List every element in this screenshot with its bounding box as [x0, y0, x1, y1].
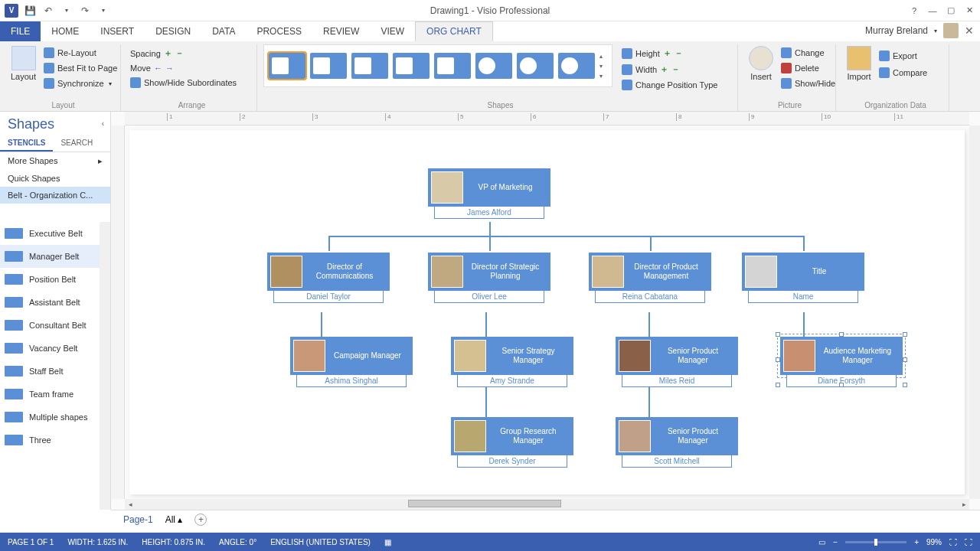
node-vp-marketing[interactable]: VP of Marketing James Alford — [428, 168, 550, 220]
stencil-three[interactable]: Three — [0, 429, 100, 452]
horizontal-scrollbar[interactable]: ◂ ▸ — [125, 499, 969, 510]
redo-icon[interactable]: ↷ — [78, 4, 92, 18]
spacing-button[interactable]: Spacing ＋ － — [127, 46, 187, 60]
shape-style-3[interactable] — [351, 53, 388, 79]
account-name[interactable]: Murray Breland — [865, 25, 928, 36]
presentation-mode-icon[interactable]: ▭ — [818, 538, 825, 546]
stencil-consultant-belt[interactable]: Consultant Belt — [0, 314, 100, 337]
synchronize-button[interactable]: Synchronize▾ — [41, 77, 120, 90]
photo — [270, 256, 302, 288]
shape-style-7[interactable] — [517, 53, 554, 79]
zoom-out-icon[interactable]: − — [833, 538, 838, 546]
node-placeholder[interactable]: Title Name — [742, 253, 864, 304]
change-picture-button[interactable]: Change — [778, 46, 838, 60]
qat-customize-icon[interactable]: ▾ — [96, 4, 110, 18]
node-director-strategic[interactable]: Director of Strategic Planning Oliver Le… — [428, 253, 550, 304]
shapes-gallery[interactable]: ▴ ▾ ▾ — [263, 44, 612, 87]
layout-button[interactable]: Layout — [6, 44, 41, 83]
stencil-scrollbar[interactable] — [100, 222, 110, 510]
show-hide-picture-button[interactable]: Show/Hide — [778, 77, 838, 90]
scroll-thumb[interactable] — [408, 500, 561, 507]
shape-style-4[interactable] — [393, 53, 430, 79]
shape-style-6[interactable] — [475, 53, 512, 79]
stencil-position-belt[interactable]: Position Belt — [0, 268, 100, 291]
move-button[interactable]: Move ← → — [127, 62, 177, 74]
photo — [454, 420, 486, 452]
collapse-shapes-icon[interactable]: ‹ — [102, 119, 104, 128]
account-dropdown-icon[interactable]: ▾ — [934, 28, 937, 34]
node-group-research[interactable]: Group Research Manager Derek Synder — [451, 417, 573, 468]
insert-picture-button[interactable]: Insert — [744, 44, 778, 83]
quick-shapes-link[interactable]: Quick Shapes — [0, 170, 110, 187]
drawing-page[interactable]: VP of Marketing James Alford Director of… — [129, 130, 965, 494]
node-senior-product-2[interactable]: Senior Product Manager Scott Mitchell — [616, 417, 738, 468]
page-tab-1[interactable]: Page-1 — [123, 514, 153, 525]
delete-picture-button[interactable]: Delete — [778, 61, 838, 75]
save-icon[interactable]: 💾 — [23, 4, 37, 18]
help-icon[interactable]: ? — [906, 4, 922, 18]
full-screen-icon[interactable]: ⛶ — [965, 538, 972, 546]
drawing-canvas[interactable]: 1 2 3 4 5 6 7 8 9 10 11 VP of Marketing … — [111, 112, 980, 510]
tab-data[interactable]: DATA — [201, 21, 246, 41]
width-control[interactable]: Width ＋ － — [619, 62, 720, 77]
best-fit-button[interactable]: Best Fit to Page — [41, 61, 120, 75]
stencil-vacancy-belt[interactable]: Vacancy Belt — [0, 337, 100, 360]
avatar[interactable] — [943, 23, 959, 38]
node-campaign-manager[interactable]: Campaign Manager Ashima Singhal — [290, 337, 413, 388]
stencils-tab[interactable]: STENCILS — [0, 135, 53, 152]
close-icon[interactable]: ✕ — [962, 4, 977, 18]
node-director-product[interactable]: Director of Product Management Reina Cab… — [589, 253, 711, 304]
import-button[interactable]: Import — [842, 44, 876, 83]
node-senior-strategy[interactable]: Senior Strategy Manager Amy Strande — [451, 337, 573, 388]
shape-style-2[interactable] — [310, 53, 347, 79]
tab-design[interactable]: DESIGN — [145, 21, 201, 41]
gallery-more-icon[interactable]: ▾ — [599, 73, 607, 80]
stencil-staff-belt[interactable]: Staff Belt — [0, 360, 100, 383]
maximize-icon[interactable]: ▢ — [943, 4, 959, 18]
zoom-in-icon[interactable]: + — [914, 538, 919, 546]
node-audience-marketing[interactable]: Audience Marketing Manager Diane Forsyth — [780, 337, 903, 388]
minimize-icon[interactable]: — — [925, 4, 940, 18]
relayout-button[interactable]: Re-Layout — [41, 46, 120, 60]
pages-all[interactable]: All ▴ — [165, 514, 183, 525]
node-director-communications[interactable]: Director of Communications Daniel Taylor — [267, 253, 390, 304]
vertical-scrollbar[interactable] — [969, 126, 980, 499]
tab-insert[interactable]: INSERT — [90, 21, 145, 41]
zoom-slider[interactable] — [845, 541, 906, 543]
gallery-up-icon[interactable]: ▴ — [599, 53, 607, 60]
search-tab[interactable]: SEARCH — [53, 135, 100, 152]
undo-icon[interactable]: ↶ — [41, 4, 55, 18]
tab-home[interactable]: HOME — [41, 21, 90, 41]
macro-record-icon[interactable]: ▦ — [384, 538, 391, 546]
tab-view[interactable]: VIEW — [370, 21, 415, 41]
shape-style-1[interactable] — [269, 53, 305, 79]
shape-style-5[interactable] — [434, 53, 471, 79]
stencil-manager-belt[interactable]: Manager Belt — [0, 245, 100, 268]
stencil-assistant-belt[interactable]: Assistant Belt — [0, 291, 100, 314]
node-senior-product-1[interactable]: Senior Product Manager Miles Reid — [616, 337, 738, 388]
stencil-executive-belt[interactable]: Executive Belt — [0, 222, 100, 245]
status-language[interactable]: ENGLISH (UNITED STATES) — [270, 538, 371, 546]
add-page-button[interactable]: + — [194, 514, 207, 526]
tab-process[interactable]: PROCESS — [246, 21, 312, 41]
stencil-team-frame[interactable]: Team frame — [0, 383, 100, 406]
change-position-type-button[interactable]: Change Position Type — [619, 78, 720, 92]
height-control[interactable]: Height ＋ － — [619, 46, 720, 60]
export-button[interactable]: Export — [876, 49, 930, 63]
pane-close-icon[interactable]: ✕ — [965, 24, 974, 37]
current-stencil[interactable]: Belt - Organization C... — [0, 187, 110, 204]
gallery-down-icon[interactable]: ▾ — [599, 63, 607, 70]
scroll-right-icon[interactable]: ▸ — [959, 500, 969, 508]
more-shapes-link[interactable]: More Shapes▸ — [0, 152, 110, 170]
shape-style-8[interactable] — [558, 53, 595, 79]
show-hide-subordinates-button[interactable]: Show/Hide Subordinates — [127, 76, 240, 90]
scroll-left-icon[interactable]: ◂ — [125, 500, 136, 508]
tab-org-chart[interactable]: ORG CHART — [415, 21, 493, 41]
fit-page-icon[interactable]: ⛶ — [949, 538, 957, 546]
undo-dropdown-icon[interactable]: ▾ — [60, 4, 74, 18]
stencil-multiple-shapes[interactable]: Multiple shapes — [0, 406, 100, 429]
zoom-level[interactable]: 99% — [926, 538, 942, 546]
tab-review[interactable]: REVIEW — [312, 21, 370, 41]
compare-button[interactable]: Compare — [876, 66, 930, 80]
tab-file[interactable]: FILE — [0, 21, 41, 41]
